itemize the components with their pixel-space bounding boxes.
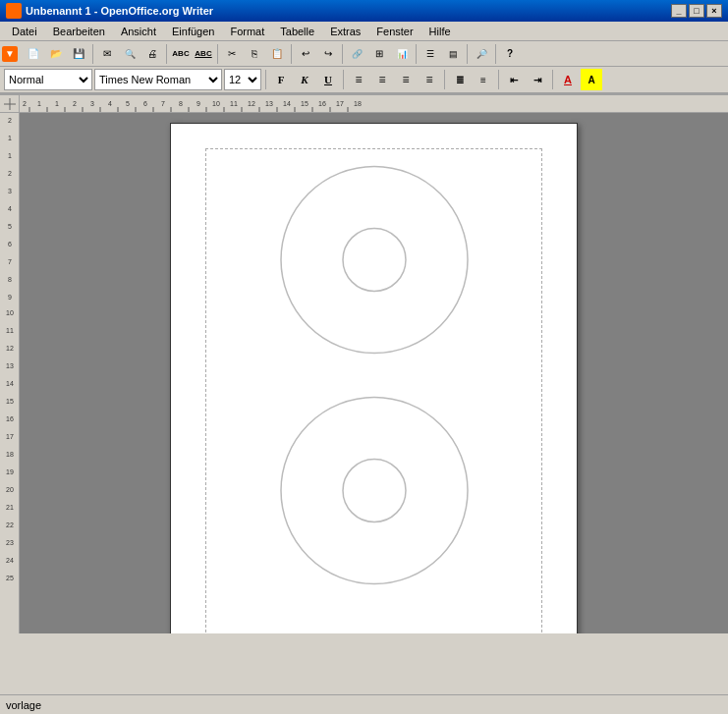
format-toolbar: Normal Times New Roman 12 F K U ≡ ≡ ≡ ≡ … (0, 67, 728, 94)
svg-text:4: 4 (8, 205, 12, 212)
bullets-button[interactable]: ≡ (473, 69, 494, 90)
maximize-button[interactable]: □ (689, 4, 704, 18)
paragraph-style-select[interactable]: Normal (4, 69, 92, 90)
svg-text:6: 6 (8, 241, 12, 247)
sep-fmt5 (552, 70, 553, 89)
toolbar-main: ▼ 📄 📂 💾 ✉ 🔍 🖨 ABC ABC ✂ ⎘ 📋 ↩ ↪ 🔗 ⊞ 📊 ☰ … (0, 41, 728, 67)
menu-extras[interactable]: Extras (322, 24, 368, 39)
svg-text:10: 10 (212, 100, 220, 107)
svg-text:3: 3 (8, 188, 12, 194)
font-size-select[interactable]: 12 (224, 69, 261, 90)
align-center-button[interactable]: ≡ (371, 69, 393, 90)
sep-fmt2 (343, 70, 344, 89)
sep4 (291, 44, 292, 64)
statusbar: vorlage (0, 694, 728, 714)
svg-text:11: 11 (6, 327, 14, 334)
align-left-button[interactable]: ≡ (348, 69, 369, 90)
save-button[interactable]: 💾 (68, 43, 89, 65)
svg-text:7: 7 (8, 258, 12, 265)
svg-text:2: 2 (8, 170, 12, 177)
redo-button[interactable]: ↪ (317, 43, 339, 65)
svg-text:1: 1 (8, 135, 12, 141)
align-justify-button[interactable]: ≡ (419, 69, 440, 90)
underline-button[interactable]: U (317, 69, 339, 90)
document-page (170, 123, 578, 633)
svg-text:2: 2 (73, 100, 77, 107)
titlebar: Unbenannt 1 - OpenOffice.org Writer _ □ … (0, 0, 728, 22)
decrease-indent-button[interactable]: ⇤ (503, 69, 525, 90)
svg-text:15: 15 (301, 100, 308, 107)
sep7 (467, 44, 468, 64)
svg-text:13: 13 (6, 362, 14, 369)
svg-text:5: 5 (8, 223, 12, 230)
svg-text:10: 10 (6, 309, 14, 316)
sep8 (495, 44, 496, 64)
svg-text:1: 1 (55, 100, 59, 107)
svg-text:9: 9 (196, 100, 200, 107)
sep6 (416, 44, 417, 64)
cut-button[interactable]: ✂ (221, 43, 243, 65)
hyperlink-button[interactable]: 🔗 (346, 43, 367, 65)
increase-indent-button[interactable]: ⇥ (527, 69, 548, 90)
ruler-container: 2 1 1 2 3 4 5 6 7 8 9 10 11 12 13 14 15 … (0, 95, 728, 113)
paste-button[interactable]: 📋 (266, 43, 288, 65)
email-button[interactable]: ✉ (96, 43, 118, 65)
help-button[interactable]: ? (499, 43, 521, 65)
svg-text:24: 24 (6, 557, 14, 564)
insert-chart-button[interactable]: 📊 (391, 43, 413, 65)
font-name-select[interactable]: Times New Roman (94, 69, 222, 90)
svg-text:14: 14 (283, 100, 291, 107)
table-button[interactable]: ⊞ (368, 43, 390, 65)
font-color-button[interactable]: A (557, 69, 579, 90)
ruler-corner[interactable] (0, 95, 20, 113)
spellcheck-button[interactable]: ABC (170, 43, 192, 65)
undo-button[interactable]: ↩ (295, 43, 316, 65)
spellcheck2-button[interactable]: ABC (193, 43, 214, 65)
columns-button[interactable]: ☰ (420, 43, 441, 65)
menubar: Datei Bearbeiten Ansicht Einfügen Format… (0, 22, 728, 41)
svg-text:25: 25 (6, 575, 14, 581)
menu-fenster[interactable]: Fenster (368, 24, 420, 39)
svg-text:18: 18 (354, 100, 362, 107)
app-icon (6, 3, 22, 19)
numbering-button[interactable]: ≣ (449, 69, 471, 90)
copy-button[interactable]: ⎘ (244, 43, 265, 65)
menu-datei[interactable]: Datei (4, 24, 45, 39)
sep2 (166, 44, 167, 64)
close-button[interactable]: × (706, 4, 722, 18)
bold-button[interactable]: F (270, 69, 292, 90)
styles-button[interactable]: ▤ (442, 43, 464, 65)
svg-text:21: 21 (6, 504, 14, 511)
menu-bearbeiten[interactable]: Bearbeiten (45, 24, 113, 39)
svg-text:14: 14 (6, 380, 14, 387)
svg-text:8: 8 (8, 276, 12, 283)
italic-button[interactable]: K (294, 69, 315, 90)
align-right-button[interactable]: ≡ (395, 69, 417, 90)
highlight-button[interactable]: A (581, 69, 602, 90)
svg-text:2: 2 (23, 100, 27, 107)
svg-text:3: 3 (90, 100, 94, 107)
template-area (205, 148, 542, 633)
open-button[interactable]: 📂 (45, 43, 67, 65)
svg-text:19: 19 (6, 468, 14, 475)
menu-tabelle[interactable]: Tabelle (272, 24, 322, 39)
print-button[interactable]: 🖨 (141, 43, 163, 65)
menu-ansicht[interactable]: Ansicht (113, 24, 164, 39)
svg-text:11: 11 (230, 100, 238, 107)
svg-text:1: 1 (8, 152, 12, 159)
print-preview-button[interactable]: 🔍 (119, 43, 140, 65)
menu-einfuegen[interactable]: Einfügen (164, 24, 222, 39)
zoom-button[interactable]: 🔎 (471, 43, 492, 65)
menu-format[interactable]: Format (222, 24, 272, 39)
svg-point-71 (343, 229, 406, 292)
document-area[interactable] (20, 113, 728, 633)
new-button[interactable]: 📄 (23, 43, 44, 65)
svg-text:5: 5 (126, 100, 130, 107)
cd-label-bottom (278, 395, 470, 586)
menu-hilfe[interactable]: Hilfe (421, 24, 459, 39)
svg-text:4: 4 (108, 100, 112, 107)
svg-text:20: 20 (6, 486, 14, 493)
sep-fmt1 (265, 70, 266, 89)
svg-text:22: 22 (6, 522, 14, 528)
minimize-button[interactable]: _ (671, 4, 687, 18)
